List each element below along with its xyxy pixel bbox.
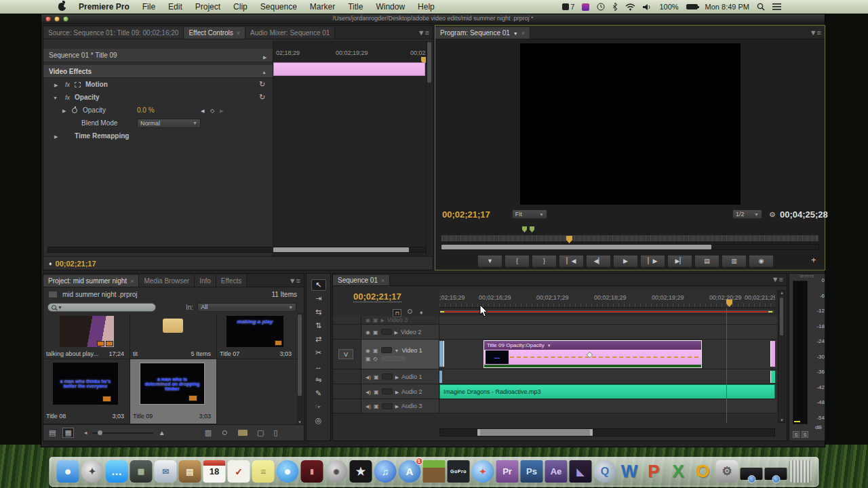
- opacity-value[interactable]: 0.0 %: [137, 106, 155, 114]
- tab-source-monitor[interactable]: Source: Sequence 01: Title 09: 00;02;16;…: [43, 27, 184, 39]
- notification-center-icon[interactable]: [772, 3, 781, 10]
- dock-icon-vegas[interactable]: ◣: [570, 460, 592, 483]
- panel-menu-icon[interactable]: ▼≡: [289, 277, 300, 285]
- work-area-bar[interactable]: [439, 309, 775, 314]
- ec-row-motion[interactable]: fx Motion: [43, 78, 273, 91]
- zoom-in-thumb-icon[interactable]: ▲: [159, 429, 165, 436]
- menu-item[interactable]: Window: [376, 2, 405, 12]
- tab-project[interactable]: Project: mid summer night×: [43, 275, 139, 287]
- rate-stretch-tool[interactable]: ⇄: [311, 333, 326, 345]
- clip-fx-menu-icon[interactable]: ▼: [547, 344, 551, 348]
- menu-item[interactable]: Help: [418, 2, 435, 12]
- ec-show-timeline-toggle[interactable]: [263, 49, 267, 62]
- expand-icon[interactable]: [395, 329, 398, 336]
- mark-in-button[interactable]: {: [505, 255, 530, 268]
- opacity-rubber-band[interactable]: [510, 357, 698, 358]
- close-icon[interactable]: ×: [381, 277, 384, 284]
- set-display-style-icon[interactable]: [374, 373, 379, 380]
- toggle-track-output-icon[interactable]: [366, 347, 370, 354]
- collapse-icon[interactable]: [262, 68, 267, 75]
- prev-keyframe-button[interactable]: [201, 106, 204, 114]
- ec-current-timecode[interactable]: 00;02;21;17: [56, 260, 96, 268]
- clip-name[interactable]: Title 07: [220, 350, 239, 357]
- toggle-track-output-icon[interactable]: [366, 329, 370, 336]
- clip-edge-stub[interactable]: [439, 341, 444, 367]
- dock-icon-after-effects[interactable]: Ae: [545, 460, 568, 483]
- go-to-in-button[interactable]: ▏◀: [559, 255, 584, 268]
- clip-name[interactable]: Title 09: [133, 413, 153, 420]
- program-current-timecode[interactable]: 00;02;21;17: [442, 209, 490, 220]
- hand-tool[interactable]: ☞: [311, 401, 326, 413]
- program-scrollbar[interactable]: [441, 244, 819, 250]
- dock-icon-safari[interactable]: ✦: [472, 460, 494, 483]
- tab-info[interactable]: Info: [195, 275, 216, 287]
- bin-name[interactable]: tit: [133, 350, 138, 357]
- menu-item[interactable]: Sequence: [260, 2, 297, 12]
- new-bin-button[interactable]: [238, 430, 248, 436]
- track-lock-box[interactable]: [382, 403, 393, 409]
- dock-icon-powerpoint[interactable]: P: [643, 460, 665, 483]
- window-titlebar[interactable]: /Users/jordanrogder/Desktop/adobe video …: [41, 14, 825, 24]
- dock-icon-launchpad[interactable]: ✦: [81, 460, 104, 483]
- solo-left-button[interactable]: S: [793, 431, 800, 438]
- dock-icon-word[interactable]: W: [618, 460, 641, 483]
- keyframe-icon[interactable]: [374, 355, 378, 362]
- slide-tool[interactable]: ⇋: [311, 374, 326, 386]
- project-search-input[interactable]: ▼: [47, 303, 156, 312]
- ripple-edit-tool[interactable]: ⇆: [311, 306, 326, 318]
- dock-icon-media-app[interactable]: ▦: [130, 460, 153, 483]
- timeline-vertical-scrollbar[interactable]: ▲ ▼: [778, 290, 785, 423]
- bluetooth-icon[interactable]: [612, 3, 618, 11]
- zoom-tool[interactable]: ◎: [311, 415, 326, 426]
- rolling-edit-tool[interactable]: ⇅: [311, 320, 326, 331]
- clip-name[interactable]: Title 08: [46, 413, 66, 420]
- add-marker-button[interactable]: ▼: [477, 255, 502, 268]
- ec-horizontal-scrollbar[interactable]: [47, 247, 426, 253]
- blend-mode-dropdown[interactable]: Normal▼: [137, 119, 201, 128]
- ec-row-opacity-group[interactable]: fx Opacity: [43, 91, 273, 104]
- razor-tool[interactable]: ✂: [311, 347, 326, 359]
- expand-icon[interactable]: [62, 106, 66, 114]
- play-button[interactable]: ▶: [613, 255, 638, 268]
- dock-icon-minecraft[interactable]: [423, 460, 446, 483]
- tab-program-monitor[interactable]: Program: Sequence 01▼×: [435, 27, 530, 39]
- project-clip-cell[interactable]: making a play Title 07 3;03: [217, 314, 297, 359]
- track-lock-box[interactable]: [382, 388, 393, 394]
- apple-menu-icon[interactable]: [58, 3, 66, 11]
- colored-app-icon[interactable]: [582, 3, 589, 11]
- marker-lightbulb-icon[interactable]: [408, 309, 412, 314]
- minimize-window-button[interactable]: [54, 16, 60, 22]
- list-view-button[interactable]: ▤: [49, 428, 56, 437]
- battery-icon[interactable]: [686, 4, 698, 9]
- dock-icon-stickies[interactable]: ≡: [252, 460, 275, 483]
- selection-tool[interactable]: ↖: [311, 279, 326, 291]
- dock-icon-itunes[interactable]: ♫: [374, 460, 397, 483]
- dock-icon-mail[interactable]: ✉: [155, 460, 177, 483]
- dock-icon-star-app[interactable]: ★: [350, 460, 372, 483]
- ec-vertical-scrollbar[interactable]: [426, 41, 432, 256]
- extract-button[interactable]: ▥: [722, 255, 747, 268]
- track-lock-box[interactable]: [381, 329, 392, 335]
- tab-audio-mixer[interactable]: Audio Mixer: Sequence 01: [245, 27, 335, 39]
- dock-icon-outlook[interactable]: O: [692, 460, 714, 483]
- project-clip-cell[interactable]: talking about play... 17;24: [43, 314, 130, 359]
- video1-clip-title09[interactable]: Title 09 Opacity:Opacity ▼ ▬▬: [484, 340, 702, 368]
- sequence-marker[interactable]: [530, 226, 534, 232]
- clip-edge-stub[interactable]: [770, 341, 775, 367]
- track-options-pill[interactable]: [380, 356, 406, 361]
- set-display-style-icon[interactable]: [373, 329, 378, 336]
- dock-icon-finder[interactable]: ☻: [57, 460, 79, 483]
- menu-item[interactable]: Marker: [310, 2, 335, 12]
- program-ruler[interactable]: [441, 235, 819, 242]
- slip-tool[interactable]: ↔: [311, 361, 326, 372]
- button-editor-plus[interactable]: +: [811, 255, 816, 265]
- source-patch-video[interactable]: V: [338, 349, 353, 359]
- ec-section-video-effects[interactable]: Video Effects: [43, 65, 273, 78]
- dock-icon-app-store[interactable]: A1: [399, 460, 421, 483]
- timeline-current-timecode[interactable]: 00;02;21;17: [353, 291, 401, 302]
- ec-row-time-remapping[interactable]: Time Remapping: [43, 129, 273, 142]
- expand-icon[interactable]: [395, 373, 399, 380]
- track-select-tool[interactable]: ⇥: [311, 293, 326, 304]
- track-lock-box[interactable]: [382, 373, 393, 380]
- timeline-horizontal-scrollbar[interactable]: [439, 428, 775, 436]
